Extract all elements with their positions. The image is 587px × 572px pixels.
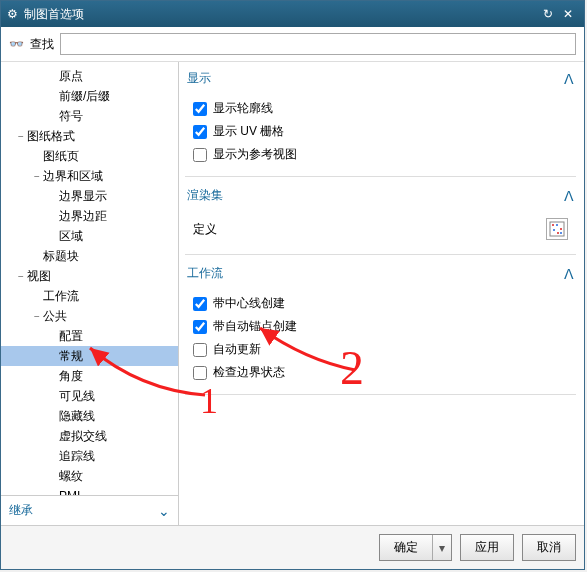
- apply-button[interactable]: 应用: [461, 535, 513, 560]
- collapse-icon: ᐱ: [564, 266, 574, 282]
- checkbox[interactable]: [193, 320, 207, 334]
- expander-icon[interactable]: −: [15, 271, 27, 282]
- checkbox[interactable]: [193, 366, 207, 380]
- tree-item-label: 图纸格式: [27, 128, 75, 145]
- chevron-down-icon: ⌄: [158, 503, 170, 519]
- expander-icon[interactable]: −: [15, 131, 27, 142]
- tree-item[interactable]: 角度: [1, 366, 178, 386]
- checkbox[interactable]: [193, 102, 207, 116]
- titlebar: ⚙ 制图首选项 ↻ ✕: [1, 1, 584, 27]
- tree-item-label: 工作流: [43, 288, 79, 305]
- inherit-row[interactable]: 继承 ⌄: [1, 495, 178, 525]
- tree-item[interactable]: 常规: [1, 346, 178, 366]
- section-display: 显示 ᐱ 显示轮廓线显示 UV 栅格显示为参考视图: [185, 66, 576, 177]
- tree-item[interactable]: 隐藏线: [1, 406, 178, 426]
- collapse-icon: ᐱ: [564, 71, 574, 87]
- tree-item[interactable]: −边界和区域: [1, 166, 178, 186]
- nav-tree[interactable]: 原点前缀/后缀符号−图纸格式图纸页−边界和区域边界显示边界边距区域标题块−视图工…: [1, 62, 178, 495]
- tree-item[interactable]: 工作流: [1, 286, 178, 306]
- checkbox[interactable]: [193, 343, 207, 357]
- svg-point-5: [557, 232, 559, 234]
- expander-icon[interactable]: −: [31, 311, 43, 322]
- tree-item-label: 追踪线: [59, 448, 95, 465]
- tree-item[interactable]: 前缀/后缀: [1, 86, 178, 106]
- tree-item[interactable]: 标题块: [1, 246, 178, 266]
- search-input[interactable]: [60, 33, 576, 55]
- tree-item[interactable]: 区域: [1, 226, 178, 246]
- tree-item[interactable]: 边界显示: [1, 186, 178, 206]
- section-render: 渲染集 ᐱ 定义: [185, 183, 576, 255]
- ok-button[interactable]: 确定: [380, 535, 432, 560]
- tree-pane: 原点前缀/后缀符号−图纸格式图纸页−边界和区域边界显示边界边距区域标题块−视图工…: [1, 62, 179, 525]
- search-bar: 👓 查找: [1, 27, 584, 62]
- checkbox[interactable]: [193, 297, 207, 311]
- define-row: 定义: [193, 214, 568, 244]
- section-header-workflow[interactable]: 工作流 ᐱ: [185, 261, 576, 286]
- checkbox-row: 显示轮廓线: [193, 97, 568, 120]
- define-label: 定义: [193, 221, 217, 238]
- section-title: 显示: [187, 70, 211, 87]
- reset-button[interactable]: ↻: [538, 7, 558, 21]
- tree-item[interactable]: −视图: [1, 266, 178, 286]
- expander-icon[interactable]: −: [31, 171, 43, 182]
- checkbox-label: 显示轮廓线: [213, 100, 273, 117]
- tree-item-label: 边界边距: [59, 208, 107, 225]
- section-header-render[interactable]: 渲染集 ᐱ: [185, 183, 576, 208]
- checkbox-row: 带中心线创建: [193, 292, 568, 315]
- tree-item[interactable]: PMI: [1, 486, 178, 495]
- tree-item-label: 角度: [59, 368, 83, 385]
- tree-item-label: 虚拟交线: [59, 428, 107, 445]
- collapse-icon: ᐱ: [564, 188, 574, 204]
- tree-item-label: 原点: [59, 68, 83, 85]
- section-title: 渲染集: [187, 187, 223, 204]
- tree-item-label: 视图: [27, 268, 51, 285]
- tree-item[interactable]: −图纸格式: [1, 126, 178, 146]
- checkbox-label: 带中心线创建: [213, 295, 285, 312]
- svg-point-1: [552, 224, 554, 226]
- checkbox-label: 显示 UV 栅格: [213, 123, 284, 140]
- tree-item[interactable]: 原点: [1, 66, 178, 86]
- ok-dropdown[interactable]: ▾: [433, 541, 451, 555]
- tree-item-label: 可见线: [59, 388, 95, 405]
- checkbox-row: 显示 UV 栅格: [193, 120, 568, 143]
- section-workflow: 工作流 ᐱ 带中心线创建带自动锚点创建自动更新检查边界状态: [185, 261, 576, 395]
- footer: 确定 ▾ 应用 取消: [1, 525, 584, 569]
- checkbox-row: 带自动锚点创建: [193, 315, 568, 338]
- tree-item-label: 边界显示: [59, 188, 107, 205]
- tree-item[interactable]: 螺纹: [1, 466, 178, 486]
- checkbox-row: 检查边界状态: [193, 361, 568, 384]
- tree-item[interactable]: 符号: [1, 106, 178, 126]
- tree-item-label: 配置: [59, 328, 83, 345]
- tree-item-label: 图纸页: [43, 148, 79, 165]
- tree-item-label: 符号: [59, 108, 83, 125]
- render-set-icon: [549, 221, 565, 237]
- svg-point-6: [560, 232, 562, 234]
- checkbox-label: 显示为参考视图: [213, 146, 297, 163]
- tree-item-label: 隐藏线: [59, 408, 95, 425]
- checkbox[interactable]: [193, 148, 207, 162]
- tree-item[interactable]: 虚拟交线: [1, 426, 178, 446]
- checkbox-label: 检查边界状态: [213, 364, 285, 381]
- content-area: 原点前缀/后缀符号−图纸格式图纸页−边界和区域边界显示边界边距区域标题块−视图工…: [1, 62, 584, 525]
- close-button[interactable]: ✕: [558, 7, 578, 21]
- svg-point-3: [560, 228, 562, 230]
- tree-item[interactable]: 图纸页: [1, 146, 178, 166]
- tree-item[interactable]: 追踪线: [1, 446, 178, 466]
- tree-item-label: 边界和区域: [43, 168, 103, 185]
- checkbox-row: 自动更新: [193, 338, 568, 361]
- tree-item[interactable]: 可见线: [1, 386, 178, 406]
- svg-point-2: [556, 224, 558, 226]
- ok-group: 确定 ▾: [379, 534, 452, 561]
- checkbox-label: 自动更新: [213, 341, 261, 358]
- tree-item[interactable]: 边界边距: [1, 206, 178, 226]
- tree-item[interactable]: −公共: [1, 306, 178, 326]
- tree-item[interactable]: 配置: [1, 326, 178, 346]
- define-button[interactable]: [546, 218, 568, 240]
- tree-item-label: 公共: [43, 308, 67, 325]
- cancel-button[interactable]: 取消: [523, 535, 575, 560]
- checkbox[interactable]: [193, 125, 207, 139]
- tree-item-label: 常规: [59, 348, 83, 365]
- checkbox-label: 带自动锚点创建: [213, 318, 297, 335]
- section-header-display[interactable]: 显示 ᐱ: [185, 66, 576, 91]
- tree-item-label: 螺纹: [59, 468, 83, 485]
